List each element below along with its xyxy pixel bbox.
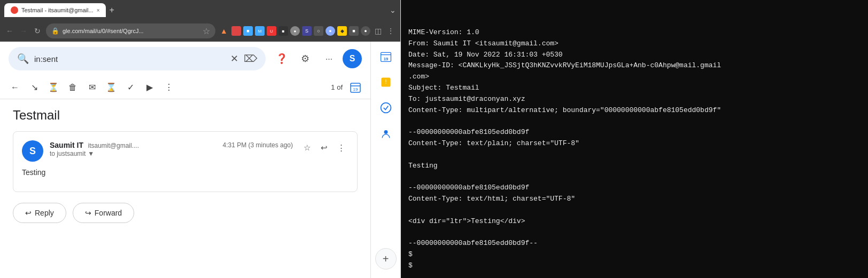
sidebar-tasks-icon[interactable] — [375, 97, 397, 118]
back-button[interactable]: ← — [6, 79, 24, 96]
snooze-button[interactable]: ⌛ — [103, 79, 120, 96]
lock-icon: 🔒 — [51, 27, 59, 35]
email-header: S Saumit IT itsaumit@gmail.... 4:31 PM (… — [22, 140, 348, 162]
settings-button[interactable]: ⚙ — [296, 49, 315, 68]
ext-icon-2[interactable]: ■ — [243, 26, 253, 36]
email-subject: Testmail — [13, 108, 358, 123]
terminal-line: Content-Type: text/plain; charset="UTF-8… — [408, 138, 861, 149]
ext-icon-11[interactable]: ■ — [349, 26, 359, 36]
mark-done-button[interactable]: ✓ — [122, 79, 139, 96]
more-options-button[interactable]: ⋮ — [334, 140, 348, 155]
search-box[interactable]: 🔍 in:sent ✕ ⌦ — [9, 47, 266, 70]
email-content-area: Testmail S Saumit IT itsaumit@gmail.... … — [0, 99, 370, 278]
terminal-line — [408, 205, 861, 216]
terminal-line: --00000000000abfe8105edd0bd9f-- — [408, 238, 861, 249]
active-tab[interactable]: Testmail - itsaumit@gmail... × — [4, 3, 106, 17]
search-icon: 🔍 — [17, 53, 29, 65]
to-text: to justsaumit — [50, 150, 86, 157]
sender-email: itsaumit@gmail.... — [88, 142, 139, 149]
page-indicator: 1 of — [331, 83, 343, 91]
terminal-line — [408, 149, 861, 161]
terminal-line: $ — [408, 249, 861, 260]
ext-icon-5[interactable]: ■ — [278, 26, 288, 36]
sender-avatar: S — [22, 140, 43, 162]
ext-icon-8[interactable]: ○ — [314, 26, 323, 36]
svg-point-8 — [381, 103, 391, 113]
tab-favicon — [11, 6, 18, 14]
archive-button[interactable]: ↘ — [26, 79, 43, 96]
to-dropdown-button[interactable]: ▼ — [88, 150, 94, 157]
browser-refresh-button[interactable]: ↻ — [32, 26, 43, 36]
ext-icon-1[interactable] — [231, 26, 241, 36]
email-header-actions: ☆ ↩ ⋮ — [299, 140, 348, 155]
url-text: gle.com/mail/u/0/#sent/QgrcJ... — [63, 28, 144, 34]
browser-extensions: ▲ ■ M U ■ ● S ○ ● ◆ ■ ● ◫ ⋮ — [219, 26, 396, 36]
ext-icon-7[interactable]: S — [302, 26, 312, 36]
user-avatar[interactable]: S — [343, 49, 362, 68]
browser-forward-button[interactable]: → — [18, 26, 29, 36]
calendar-button[interactable]: 19 — [347, 79, 364, 96]
bookmark-icon[interactable]: ☆ — [203, 26, 210, 36]
more-actions-button[interactable]: ⋮ — [160, 79, 177, 96]
search-clear-button[interactable]: ✕ — [230, 53, 238, 65]
terminal-line: --00000000000abfe8105edd0bd9f — [408, 127, 861, 138]
ext-icon-9[interactable]: ● — [326, 26, 335, 36]
forward-icon: ↪ — [85, 209, 91, 217]
sidebar-notification-icon[interactable]: ! — [375, 72, 397, 93]
tab-chevron-button[interactable]: ⌄ — [390, 6, 396, 14]
svg-text:19: 19 — [383, 57, 388, 61]
terminal-line: Subject: Testmail — [408, 83, 861, 94]
address-bar[interactable]: 🔒 gle.com/mail/u/0/#sent/QgrcJ... ☆ — [46, 23, 215, 38]
terminal-line: From: Saumit IT <itsaumit@gmail.com> — [408, 38, 861, 50]
terminal-line: .com> — [408, 72, 861, 83]
terminal-panel: const tData = JSON.parse(document.getEle… — [401, 0, 868, 278]
sidebar-calendar-icon[interactable]: 19 — [375, 46, 397, 67]
reply-button[interactable]: ↩ Reply — [13, 203, 66, 223]
apps-button[interactable]: ⋯ — [319, 49, 338, 68]
svg-text:19: 19 — [353, 87, 358, 92]
sidebar-contacts-icon[interactable] — [375, 123, 397, 144]
new-tab-button[interactable]: + — [109, 5, 114, 15]
svg-text:!: ! — [385, 79, 386, 85]
ext-icon-10[interactable]: ◆ — [337, 26, 347, 36]
terminal-line — [408, 227, 861, 238]
brave-icon[interactable]: ▲ — [219, 26, 229, 36]
email-body: Testing — [22, 168, 348, 177]
help-button[interactable]: ❓ — [272, 49, 291, 68]
terminal-line: MIME-Version: 1.0 — [408, 27, 861, 38]
terminal-line: $ — [408, 260, 861, 272]
reply-label: Reply — [35, 209, 54, 217]
browser-back-button[interactable]: ← — [4, 26, 15, 36]
tab-close-button[interactable]: × — [97, 7, 100, 13]
email-actions: ↩ Reply ↪ Forward — [13, 203, 358, 223]
forward-button[interactable]: ↪ Forward — [73, 203, 134, 223]
star-button[interactable]: ☆ — [299, 140, 314, 155]
tab-title: Testmail - itsaumit@gmail... — [21, 7, 94, 13]
sender-name: Saumit IT — [50, 141, 83, 149]
terminal-line — [408, 171, 861, 182]
terminal-line: Testing — [408, 161, 861, 172]
browser-menu-button[interactable]: ⋮ — [385, 26, 396, 36]
reply-icon: ↩ — [25, 209, 32, 217]
search-filter-button[interactable]: ⌦ — [244, 53, 257, 65]
ext-icon-3[interactable]: M — [255, 26, 265, 36]
email-toolbar: ← ↘ ⏳ 🗑 ✉ ⌛ ✓ ▶ ⋮ 1 of 19 — [0, 76, 370, 99]
move-to-button[interactable]: ▶ — [141, 79, 158, 96]
ext-icon-6[interactable]: ● — [290, 26, 300, 36]
forward-label: Forward — [95, 209, 122, 217]
terminal-line — [408, 116, 861, 127]
delete-button[interactable]: 🗑 — [64, 79, 81, 96]
spam-button[interactable]: ⏳ — [45, 79, 62, 96]
extensions-menu-button[interactable]: ◫ — [373, 26, 383, 36]
terminal-line: To: justsaumit@draconyan.xyz — [408, 94, 861, 105]
ext-icon-4[interactable]: U — [267, 26, 276, 36]
email-to-line: to justsaumit ▼ — [50, 150, 293, 157]
search-text: in:sent — [34, 54, 225, 63]
reply-quick-button[interactable]: ↩ — [316, 140, 331, 155]
svg-point-9 — [384, 130, 387, 134]
terminal-line: <div dir="ltr">Testing</div> — [408, 216, 861, 227]
mark-unread-button[interactable]: ✉ — [83, 79, 100, 96]
sidebar-add-button[interactable]: + — [375, 248, 397, 269]
gmail-search-bar: 🔍 in:sent ✕ ⌦ ❓ ⚙ ⋯ S — [0, 42, 370, 76]
ext-icon-12[interactable]: ● — [361, 26, 370, 36]
